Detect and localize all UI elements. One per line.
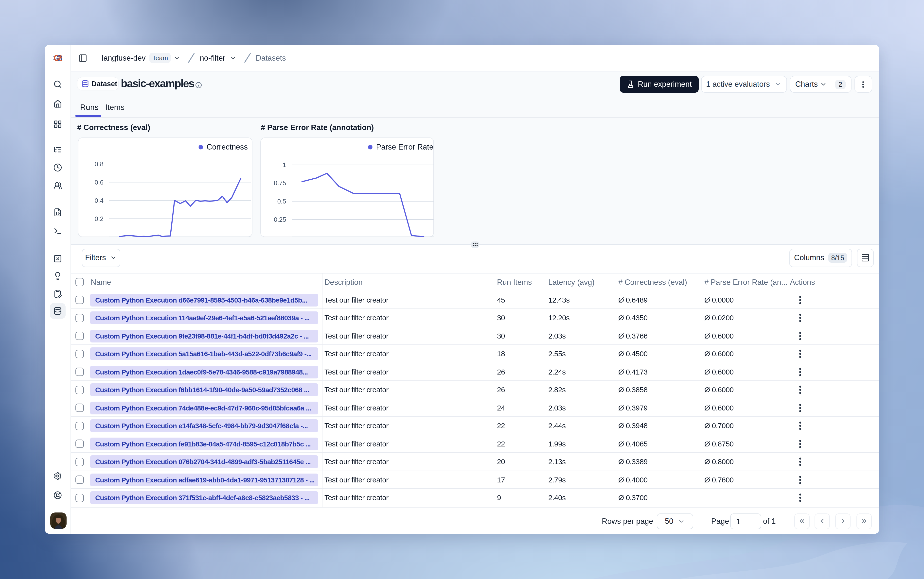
svg-text:Correctness: Correctness	[206, 142, 247, 151]
svg-text:0.6: 0.6	[94, 178, 103, 186]
svg-text:0.5: 0.5	[277, 197, 286, 205]
svg-text:0.75: 0.75	[274, 179, 286, 186]
svg-text:0.25: 0.25	[274, 216, 286, 223]
svg-text:Parse Error Rate: Parse Error Rate	[376, 142, 433, 151]
svg-text:0.4: 0.4	[94, 196, 103, 204]
svg-text:0.2: 0.2	[94, 215, 103, 222]
svg-text:0.8: 0.8	[94, 160, 103, 168]
svg-text:1: 1	[283, 161, 286, 168]
